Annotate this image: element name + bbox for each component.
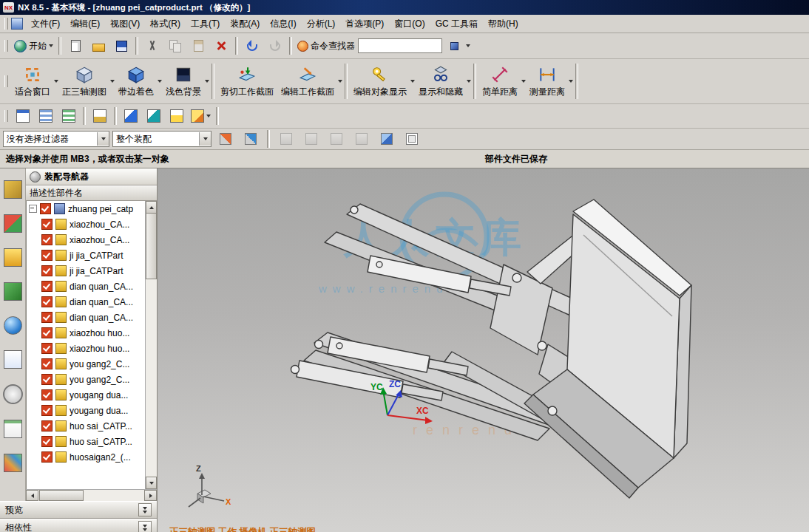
scroll-right-button[interactable]	[144, 490, 157, 501]
menu-edit[interactable]: 编辑(E)	[65, 16, 105, 33]
tree-row[interactable]: yougang dua...	[27, 387, 146, 403]
cut-button[interactable]	[141, 36, 163, 55]
shaded-edges-button[interactable]: 带边着色	[115, 60, 158, 103]
tree-row[interactable]: you gang2_C...	[27, 372, 146, 387]
menu-preferences[interactable]: 首选项(P)	[340, 16, 389, 33]
light-background-button[interactable]: 浅色背景	[162, 60, 205, 103]
tree-row[interactable]: dian quan_CA...	[27, 310, 146, 325]
checkbox-icon[interactable]	[41, 374, 53, 385]
history-clock-icon[interactable]	[3, 384, 23, 404]
assembly-navigator-icon[interactable]	[4, 180, 22, 199]
checkbox-icon[interactable]	[41, 250, 53, 261]
tree-row[interactable]: ji jia_CATPart	[27, 248, 146, 263]
tree-row[interactable]: xiaozhou huo...	[27, 325, 146, 341]
rotate-view-button[interactable]	[143, 106, 165, 126]
checkbox-icon[interactable]	[41, 436, 53, 447]
tree-row[interactable]: huo sai_CATP...	[27, 418, 146, 434]
checkbox-icon[interactable]	[41, 389, 53, 400]
chevron-down-icon[interactable]	[467, 80, 471, 83]
checkbox-icon[interactable]	[41, 343, 53, 354]
fit-window-button[interactable]: 适合窗口	[11, 60, 54, 103]
highlight-button[interactable]	[240, 129, 262, 149]
checkbox-icon[interactable]	[41, 265, 53, 276]
menu-window[interactable]: 窗口(O)	[389, 16, 430, 33]
constraint-navigator-icon[interactable]	[4, 214, 22, 233]
point-snap-button[interactable]	[275, 129, 297, 149]
command-finder-input[interactable]	[358, 38, 442, 53]
part-navigator-icon[interactable]	[4, 248, 22, 267]
save-button[interactable]	[110, 36, 132, 55]
midpoint-snap-button[interactable]	[325, 129, 348, 149]
menu-information[interactable]: 信息(I)	[265, 16, 301, 33]
tree-row[interactable]: xiaozhou_CA...	[27, 232, 146, 248]
checkbox-icon[interactable]	[40, 203, 51, 214]
delete-button[interactable]	[210, 36, 232, 55]
preview-panel-header[interactable]: 预览	[0, 501, 157, 519]
selection-filter-combo[interactable]: 没有选择过滤器	[3, 131, 109, 147]
iso-view-button[interactable]: 正三轴测图	[58, 60, 110, 103]
scroll-up-button[interactable]	[146, 201, 157, 214]
shaded-view-button[interactable]	[376, 129, 398, 149]
horizontal-scrollbar[interactable]	[26, 489, 157, 501]
toolbar-grip[interactable]	[4, 40, 8, 52]
checkbox-icon[interactable]	[41, 296, 53, 307]
chevron-down-icon[interactable]	[569, 80, 573, 83]
wireframe-view-button[interactable]	[401, 129, 423, 149]
edit-object-display-button[interactable]: 编辑对象显示	[350, 60, 410, 103]
tree-row[interactable]: huo sai_CATP...	[27, 434, 146, 449]
tree-row[interactable]: dian quan_CA...	[27, 279, 146, 294]
checkbox-icon[interactable]	[41, 312, 53, 323]
start-button[interactable]: 开始	[12, 36, 55, 55]
scrollbar-thumb[interactable]	[146, 213, 157, 279]
show-hide-button[interactable]: 显示和隐藏	[415, 60, 467, 103]
checkbox-icon[interactable]	[41, 281, 53, 292]
combo-dropdown-button[interactable]	[97, 132, 109, 146]
menu-format[interactable]: 格式(R)	[145, 16, 186, 33]
annotation-button[interactable]	[189, 106, 213, 126]
undo-button[interactable]	[241, 36, 263, 55]
tree-row[interactable]: xiaozhou_CA...	[27, 216, 146, 232]
open-button[interactable]	[87, 36, 109, 55]
menu-gc-toolbox[interactable]: GC 工具箱	[430, 16, 483, 33]
window-display-button[interactable]	[12, 106, 34, 126]
navigator-column-header[interactable]: 描述性部件名	[26, 185, 157, 201]
vertical-scrollbar[interactable]	[145, 201, 157, 489]
menu-tools[interactable]: 工具(T)	[186, 16, 225, 33]
expand-panel-button[interactable]	[138, 503, 152, 516]
redo-button[interactable]	[264, 36, 286, 55]
tree-row[interactable]: you gang2_C...	[27, 356, 146, 372]
process-studio-icon[interactable]	[4, 420, 22, 438]
center-snap-button[interactable]	[351, 129, 373, 149]
command-finder-go-button[interactable]	[443, 36, 465, 55]
scrollbar-thumb[interactable]	[39, 490, 84, 501]
chevron-down-icon[interactable]	[466, 44, 470, 47]
snap-point-button[interactable]	[214, 129, 237, 149]
menu-view[interactable]: 视图(V)	[105, 16, 145, 33]
menu-analysis[interactable]: 分析(L)	[302, 16, 341, 33]
checkbox-icon[interactable]	[41, 358, 53, 369]
layer-visible-button[interactable]	[58, 106, 80, 126]
zoom-view-button[interactable]	[166, 106, 188, 126]
new-button[interactable]	[64, 36, 87, 55]
paste-button[interactable]	[187, 36, 209, 55]
simple-distance-button[interactable]: 简单距离	[478, 60, 521, 103]
measure-distance-button[interactable]: 测量距离	[526, 60, 569, 103]
toolbar-grip[interactable]	[4, 110, 8, 122]
toolbar-grip[interactable]	[4, 75, 8, 87]
graphics-viewport[interactable]: 人人文库 www.renrendoc.com renrendoc	[158, 168, 809, 532]
scroll-left-button[interactable]	[26, 490, 38, 501]
title-bar[interactable]: NX NX 8.5 - 基本环境 - [zhuang pei_catproduc…	[0, 0, 809, 15]
pan-view-button[interactable]	[120, 106, 142, 126]
web-browser-icon[interactable]	[4, 316, 22, 335]
checkbox-icon[interactable]	[41, 219, 53, 230]
scroll-down-button[interactable]	[146, 477, 157, 489]
toolbar-grip[interactable]	[4, 18, 8, 30]
collapse-icon[interactable]	[29, 205, 37, 213]
checkbox-icon[interactable]	[41, 327, 53, 338]
expand-panel-button[interactable]	[138, 521, 152, 532]
menu-assemblies[interactable]: 装配(A)	[225, 16, 265, 33]
dependencies-panel-header[interactable]: 相依性	[0, 519, 157, 532]
menu-help[interactable]: 帮助(H)	[483, 16, 524, 33]
history-palette-icon[interactable]	[4, 350, 22, 369]
copy-button[interactable]	[164, 36, 186, 55]
